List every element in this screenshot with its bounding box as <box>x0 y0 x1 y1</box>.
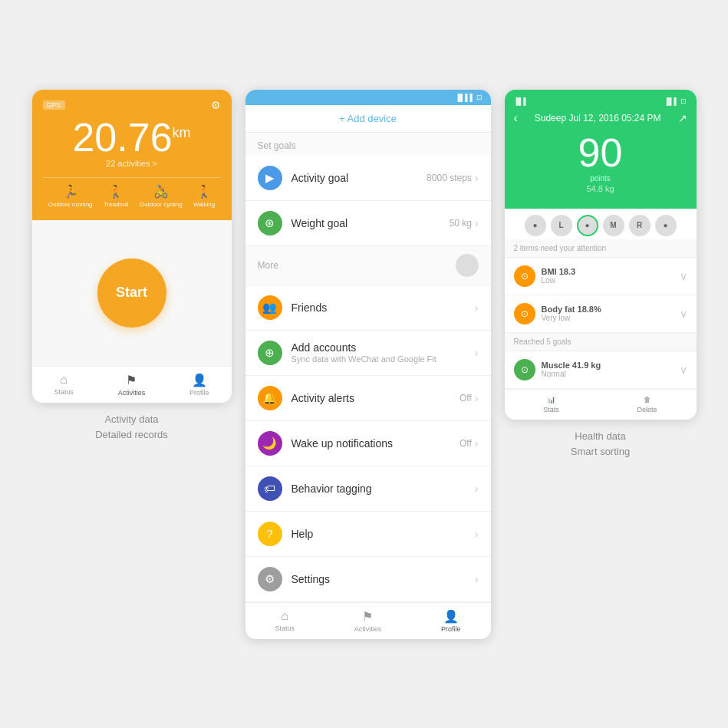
score-display: 90 <box>514 133 687 173</box>
avatar-R[interactable]: R <box>629 215 651 236</box>
right-phone-bottom: 📊 Stats 🗑 Delete <box>505 389 697 420</box>
activity-icons-row: 🏃 Outdoor running 🚶 Treadmill 🚴 Outdoor … <box>43 177 221 208</box>
add-accounts-sublabel: Sync data with WeChat and Google Fit <box>292 354 475 364</box>
health-item-bodyfat[interactable]: ⊙ Body fat 18.8% Very low ∨ <box>505 295 697 333</box>
activity-label-cycling: Outdoor cycling <box>140 201 183 208</box>
settings-label: Settings <box>292 573 475 585</box>
menu-item-behavior[interactable]: 🏷 Behavior tagging › <box>245 466 491 512</box>
friends-icon: 👥 <box>258 295 282 320</box>
bmi-icon: ⊙ <box>514 265 535 287</box>
nav-status-label: Status <box>54 388 74 396</box>
friends-chevron: › <box>475 301 479 314</box>
main-container: GPS ⚙ 20.76km 22 activities > 🏃 Outdoor … <box>0 0 728 728</box>
weight-goal-value: 50 kg <box>449 218 471 229</box>
activity-alerts-label: Activity alerts <box>292 392 460 404</box>
start-button[interactable]: Start <box>97 259 166 328</box>
right-caption-line2: Smart sorting <box>571 444 630 460</box>
menu-item-settings[interactable]: ⚙ Settings › <box>245 557 491 602</box>
profile-nav-icon: 👤 <box>192 373 207 387</box>
muscle-sub: Normal <box>542 370 680 378</box>
bmi-sub: Low <box>542 276 680 285</box>
weight-label: 54.8 kg <box>514 184 687 193</box>
nav-activities[interactable]: ⚑ Activities <box>118 373 146 397</box>
stats-icon: 📊 <box>547 396 555 404</box>
bmi-text: BMI 18.3 Low <box>542 267 680 285</box>
activity-goal-right: 8000 steps › <box>427 172 478 184</box>
health-item-bmi[interactable]: ⊙ BMI 18.3 Low ∨ <box>505 258 697 295</box>
menu-item-add-accounts[interactable]: ⊕ Add accounts Sync data with WeChat and… <box>245 331 491 376</box>
menu-item-wake-up[interactable]: 🌙 Wake up notifications Off › <box>245 421 491 466</box>
avatar-M[interactable]: M <box>603 215 624 236</box>
muscle-text: Muscle 41.9 kg Normal <box>542 361 680 378</box>
menu-item-weight-goal[interactable]: ⊛ Weight goal 50 kg › <box>245 201 491 246</box>
left-phone-middle: Start <box>32 220 232 366</box>
right-phone-col: ▐▌▌ ▐▌▌ ⊡ ‹ Sudeep Jul 12, 2016 05:24 PM… <box>505 90 697 461</box>
right-caption-line1: Health data <box>571 429 630 445</box>
bodyfat-number: 18.8% <box>578 305 601 314</box>
weight-goal-icon: ⊛ <box>258 211 282 236</box>
gear-icon[interactable]: ⚙ <box>211 99 221 111</box>
running-icon: 🏃 <box>63 184 78 199</box>
right-status-left: ▐▌▌ <box>514 97 529 105</box>
add-accounts-right: › <box>475 347 479 359</box>
left-caption-line2: Detailed records <box>95 427 168 443</box>
wake-up-right: Off › <box>460 437 478 450</box>
help-chevron: › <box>475 528 479 540</box>
avatar-active[interactable]: ● <box>577 215 598 236</box>
activity-item-walking[interactable]: 🚶 Walking <box>193 184 215 208</box>
avatar-last[interactable]: ● <box>655 215 677 236</box>
bodyfat-value: Body fat 18.8% <box>542 305 680 314</box>
avatar-0[interactable]: ● <box>525 215 546 236</box>
menu-item-activity-goal[interactable]: ▶ Activity goal 8000 steps › <box>245 156 491 201</box>
bmi-name: BMI <box>542 267 557 276</box>
help-right: › <box>475 528 479 540</box>
mid-nav-profile[interactable]: 👤 Profile <box>441 609 461 633</box>
activities-link[interactable]: 22 activities > <box>43 159 221 168</box>
muscle-number: 41.9 kg <box>572 361 601 370</box>
stats-button[interactable]: 📊 Stats <box>543 396 559 413</box>
points-label: points <box>514 174 687 183</box>
phones-wrapper: GPS ⚙ 20.76km 22 activities > 🏃 Outdoor … <box>32 90 697 639</box>
weight-goal-label: Weight goal <box>292 217 450 229</box>
nav-profile[interactable]: 👤 Profile <box>189 373 209 397</box>
activities-nav-icon: ⚑ <box>126 373 137 387</box>
menu-item-help[interactable]: ? Help › <box>245 512 491 557</box>
bmi-number: 18.3 <box>559 267 575 276</box>
nav-profile-label: Profile <box>189 389 209 397</box>
wake-up-text: Wake up notifications <box>292 437 460 450</box>
bmi-value: BMI 18.3 <box>542 267 680 276</box>
muscle-name: Muscle <box>542 361 570 370</box>
friends-right: › <box>475 301 479 314</box>
nav-status[interactable]: ⌂ Status <box>54 373 74 397</box>
wake-up-icon: 🌙 <box>258 431 282 456</box>
activity-item-treadmill[interactable]: 🚶 Treadmill <box>104 184 129 208</box>
add-device-button[interactable]: + Add device <box>339 113 397 124</box>
behavior-icon: 🏷 <box>258 476 282 501</box>
toggle-circle[interactable] <box>456 254 479 277</box>
wake-up-chevron: › <box>475 437 479 450</box>
avatar-L[interactable]: L <box>551 215 572 236</box>
delete-icon: 🗑 <box>644 396 651 404</box>
help-label: Help <box>292 528 475 540</box>
wake-up-value: Off <box>460 438 472 449</box>
activity-item-cycling[interactable]: 🚴 Outdoor cycling <box>140 184 183 208</box>
mid-nav-status[interactable]: ⌂ Status <box>275 609 295 633</box>
menu-item-friends[interactable]: 👥 Friends › <box>245 285 491 331</box>
activity-label-treadmill: Treadmill <box>104 201 129 208</box>
add-device-label: + Add device <box>339 113 397 124</box>
left-phone-nav: ⌂ Status ⚑ Activities 👤 Profile <box>32 366 232 403</box>
share-button[interactable]: ↗ <box>678 112 687 124</box>
activity-item-running[interactable]: 🏃 Outdoor running <box>48 184 93 208</box>
goals-bar: Reached 5 goals <box>505 333 697 351</box>
activity-alerts-value: Off <box>460 393 472 404</box>
muscle-item[interactable]: ⊙ Muscle 41.9 kg Normal ∨ <box>505 351 697 389</box>
delete-button[interactable]: 🗑 Delete <box>637 396 657 413</box>
settings-right: › <box>475 573 479 585</box>
mid-nav-activities[interactable]: ⚑ Activities <box>354 609 382 633</box>
delete-label: Delete <box>637 406 657 413</box>
menu-item-activity-alerts[interactable]: 🔔 Activity alerts Off › <box>245 376 491 421</box>
back-button[interactable]: ‹ <box>514 111 518 125</box>
mid-status-icons: ▐▌▌▌ ⊡ <box>455 94 483 101</box>
behavior-right: › <box>475 483 479 495</box>
behavior-label: Behavior tagging <box>292 483 475 495</box>
